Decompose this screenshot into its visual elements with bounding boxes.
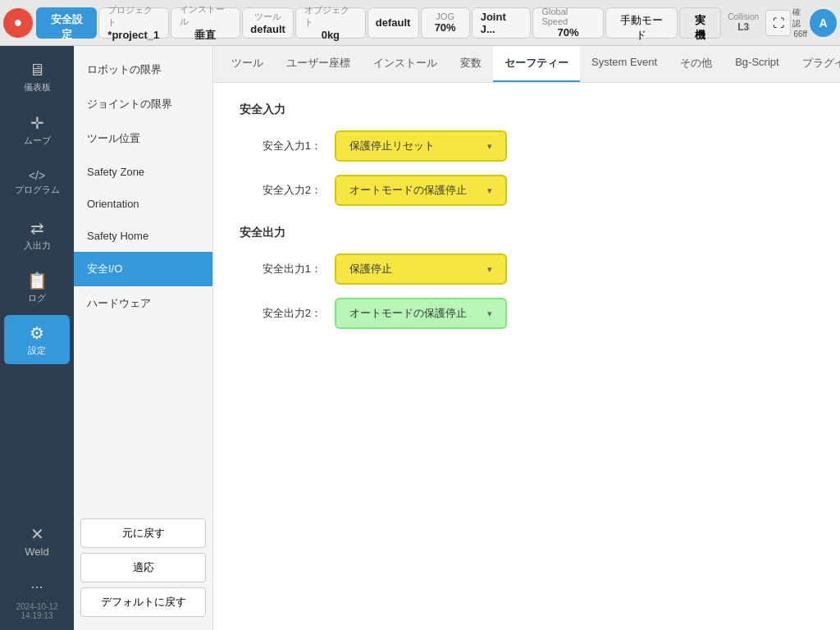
default-button[interactable]: デフォルトに戻す [80, 587, 206, 617]
tab-plugin[interactable]: プラグイン [791, 46, 840, 82]
sidebar-label-dashboard: 儀表板 [24, 81, 51, 94]
apply-button[interactable]: 適応 [80, 553, 206, 582]
emergency-stop[interactable]: ● [3, 8, 33, 38]
subnav: ロボットの限界 ジョイントの限界 ツール位置 Safety Zone Orien… [74, 46, 213, 630]
input2-chevron-icon: ▾ [487, 185, 492, 196]
safety-settings-button[interactable]: 安全設定 [36, 7, 97, 39]
tab-safety[interactable]: セーフティー [493, 46, 580, 82]
manual-mode-button[interactable]: 手動モード [605, 7, 678, 39]
subnav-buttons: 元に戻す 適応 デフォルトに戻す [74, 512, 212, 623]
speed-segment[interactable]: Global Speed 70% [532, 7, 603, 39]
object2-value: default [376, 16, 411, 29]
output1-label: 安全出力1： [240, 262, 322, 276]
subnav-safety-zone[interactable]: Safety Zone [74, 156, 212, 188]
sidebar-item-program[interactable]: </> プログラム [4, 158, 70, 207]
dashboard-icon: 🖥 [29, 61, 45, 80]
sidebar-label-weld: Weld [25, 546, 48, 558]
sidebar-item-settings[interactable]: ⚙ 設定 [4, 315, 70, 364]
jog-sub-segment[interactable]: Joint J... [472, 7, 532, 39]
output1-value: 保護停止 [349, 262, 392, 276]
confirm-indicator: 確認 66ff [792, 7, 808, 39]
output2-row: 安全出力2： オートモードの保護停止 ▾ [240, 298, 814, 329]
output1-chevron-icon: ▾ [487, 264, 492, 275]
output1-row: 安全出力1： 保護停止 ▾ [240, 253, 814, 285]
sidebar-datetime: 2024-10-12 14:19:13 [16, 602, 57, 623]
project-segment[interactable]: プロジェクト *project_1 [98, 7, 169, 39]
tab-system-event[interactable]: System Event [580, 46, 669, 82]
sidebar-item-log[interactable]: 📋 ログ [4, 262, 70, 312]
jog-value: 70% [435, 21, 456, 34]
input1-value: 保護停止リセット [349, 139, 435, 153]
subnav-safety-io[interactable]: 安全I/O [74, 252, 212, 286]
sidebar-label-program: プログラム [15, 184, 60, 196]
subnav-tool-pos[interactable]: ツール位置 [74, 121, 212, 156]
install-label: インストール [180, 3, 232, 28]
sidebar-item-io[interactable]: ⇄ 入出力 [4, 210, 70, 259]
program-icon: </> [29, 169, 45, 182]
sidebar-item-weld[interactable]: ✕ Weld [4, 516, 70, 565]
content-body: 安全入力 安全入力1： 保護停止リセット ▾ 安全入力2： オートモードの保護停… [213, 83, 840, 630]
jog-segment[interactable]: JOG 70% [421, 7, 470, 39]
object-segment[interactable]: オブジェクト 0kg [295, 7, 366, 39]
subnav-orientation[interactable]: Orientation [74, 188, 212, 220]
input2-value: オートモードの保護停止 [349, 183, 467, 198]
input2-label: 安全入力2： [240, 183, 322, 198]
output-section-title: 安全出力 [240, 226, 814, 240]
collision-value: L3 [737, 21, 749, 33]
output2-select[interactable]: オートモードの保護停止 ▾ [335, 298, 507, 329]
project-value: *project_1 [107, 29, 159, 41]
speed-value: 70% [557, 26, 578, 39]
subnav-hardware[interactable]: ハードウェア [74, 286, 212, 321]
install-segment[interactable]: インストール 垂直 [171, 7, 241, 39]
output1-select[interactable]: 保護停止 ▾ [335, 253, 507, 285]
sidebar-item-dashboard[interactable]: 🖥 儀表板 [4, 52, 70, 102]
subnav-safety-home[interactable]: Safety Home [74, 220, 212, 252]
sidebar-label-log: ログ [28, 292, 46, 304]
sidebar-label-settings: 設定 [28, 345, 46, 357]
avatar[interactable]: A [810, 9, 837, 37]
input2-row: 安全入力2： オートモードの保護停止 ▾ [240, 175, 814, 206]
jog-sub-value: Joint J... [481, 11, 523, 35]
object2-segment[interactable]: default [368, 7, 419, 39]
move-icon: ✛ [30, 113, 44, 133]
tab-user-coord[interactable]: ユーザー座標 [275, 46, 362, 82]
sidebar-more-button[interactable]: ... [24, 568, 49, 599]
tab-install[interactable]: インストール [362, 46, 449, 82]
sidebar-bottom: ✕ Weld ... 2024-10-12 14:19:13 [4, 516, 70, 630]
confirm-label: 確認 [792, 7, 808, 30]
tab-other[interactable]: その他 [669, 46, 724, 82]
sidebar-item-move[interactable]: ✛ ムーブ [4, 105, 70, 154]
tab-tool[interactable]: ツール [220, 46, 275, 82]
content-area: ツール ユーザー座標 インストール 変数 セーフティー System Event… [213, 46, 840, 630]
input2-select[interactable]: オートモードの保護停止 ▾ [335, 175, 507, 206]
object-label: オブジェクト [304, 4, 357, 29]
output2-label: 安全出力2： [240, 306, 322, 321]
speed-label: Global Speed [541, 7, 594, 26]
revert-button[interactable]: 元に戻す [80, 518, 206, 548]
input1-select[interactable]: 保護停止リセット ▾ [335, 130, 507, 162]
emergency-icon: ● [14, 14, 23, 31]
weld-icon: ✕ [30, 524, 44, 544]
expand-button[interactable]: ⛶ [765, 10, 791, 36]
tool-segment[interactable]: ツール default [242, 7, 294, 39]
topbar: ● 安全設定 プロジェクト *project_1 インストール 垂直 ツール d… [0, 0, 840, 46]
tool-value: default [250, 23, 285, 35]
input1-chevron-icon: ▾ [487, 141, 492, 152]
sidebar-label-move: ムーブ [24, 135, 51, 147]
input-section-title: 安全入力 [240, 103, 814, 117]
output2-chevron-icon: ▾ [487, 308, 492, 319]
project-label: プロジェクト [107, 4, 160, 29]
sidebar: 🖥 儀表板 ✛ ムーブ </> プログラム ⇄ 入出力 📋 ログ ⚙ 設定 ✕ … [0, 46, 74, 630]
input1-label: 安全入力1： [240, 139, 322, 153]
settings-icon: ⚙ [30, 323, 44, 343]
subnav-robot-limit[interactable]: ロボットの限界 [74, 52, 212, 87]
object-value: 0kg [322, 29, 340, 41]
real-button[interactable]: 実機 [679, 7, 721, 39]
confirm-value: 66ff [793, 30, 807, 39]
tabs-bar: ツール ユーザー座標 インストール 変数 セーフティー System Event… [213, 46, 840, 83]
jog-label: JOG [436, 11, 454, 21]
subnav-joint-limit[interactable]: ジョイントの限界 [74, 87, 212, 121]
tab-variable[interactable]: 変数 [449, 46, 493, 82]
collision-title: Collision [728, 12, 759, 21]
tab-bg-script[interactable]: Bg-Script [724, 46, 790, 82]
